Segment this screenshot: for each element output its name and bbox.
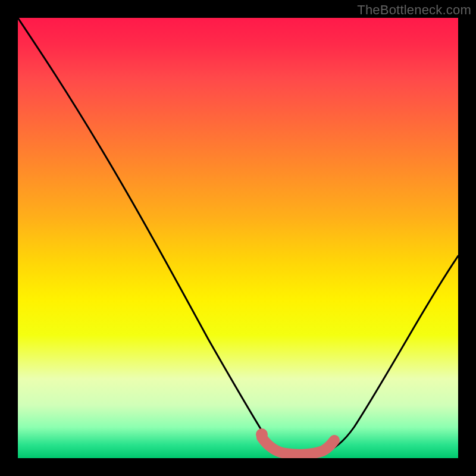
plot-area — [18, 18, 458, 458]
highlight-segment — [262, 437, 334, 455]
curve-layer — [18, 18, 458, 458]
chart-frame: TheBottleneck.com — [0, 0, 476, 476]
bottleneck-curve — [18, 18, 458, 455]
attribution-label: TheBottleneck.com — [357, 2, 471, 18]
highlight-dot — [256, 428, 268, 440]
